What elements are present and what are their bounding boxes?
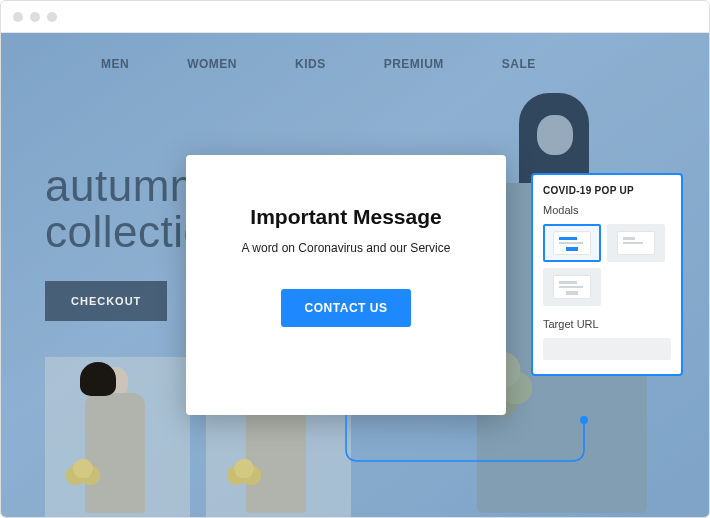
product-card[interactable]: [45, 357, 190, 517]
popup-modal: Important Message A word on Coronavirus …: [186, 155, 506, 415]
contact-us-button[interactable]: CONTACT US: [281, 289, 412, 327]
modal-layout-option-3[interactable]: [543, 268, 601, 306]
modal-layout-option-1[interactable]: [543, 224, 601, 262]
modal-layout-option-2[interactable]: [607, 224, 665, 262]
nav-women[interactable]: WOMEN: [187, 57, 237, 71]
modal-subtitle: A word on Coronavirus and our Service: [242, 241, 451, 255]
window-control-min[interactable]: [30, 12, 40, 22]
browser-window: MEN WOMEN KIDS PREMIUM SALE autumn colle…: [0, 0, 710, 518]
nav-kids[interactable]: KIDS: [295, 57, 326, 71]
nav-men[interactable]: MEN: [101, 57, 129, 71]
window-control-close[interactable]: [13, 12, 23, 22]
checkout-button[interactable]: CHECKOUT: [45, 281, 167, 321]
panel-title: COVID-19 POP UP: [543, 185, 671, 196]
modal-title: Important Message: [250, 205, 441, 229]
viewport: MEN WOMEN KIDS PREMIUM SALE autumn colle…: [1, 33, 709, 517]
main-nav: MEN WOMEN KIDS PREMIUM SALE: [101, 57, 536, 71]
nav-premium[interactable]: PREMIUM: [384, 57, 444, 71]
window-control-max[interactable]: [47, 12, 57, 22]
panel-section-target-label: Target URL: [543, 318, 671, 330]
popup-config-panel: COVID-19 POP UP Modals Target URL: [531, 173, 683, 376]
panel-section-modals-label: Modals: [543, 204, 671, 216]
target-url-input[interactable]: [543, 338, 671, 360]
modal-layout-options: [543, 224, 671, 306]
window-title-bar: [1, 1, 709, 33]
nav-sale[interactable]: SALE: [502, 57, 536, 71]
